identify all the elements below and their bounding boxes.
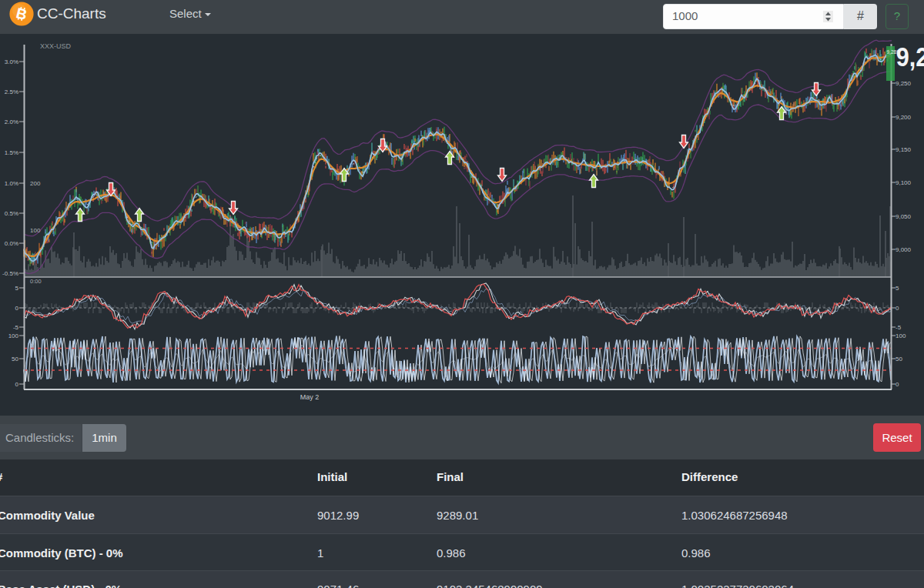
svg-text:100: 100 [8, 332, 19, 339]
svg-text:9,200: 9,200 [896, 114, 912, 121]
svg-text:1.5%: 1.5% [5, 149, 18, 156]
svg-text:-5: -5 [896, 324, 902, 331]
svg-text:0.0%: 0.0% [5, 240, 18, 247]
svg-text:0: 0 [896, 305, 899, 312]
svg-text:5: 5 [15, 285, 19, 292]
svg-text:-0.5%: -0.5% [2, 270, 18, 277]
svg-text:3.0%: 3.0% [5, 58, 18, 65]
svg-text:9,100: 9,100 [896, 179, 912, 186]
svg-text:200: 200 [30, 180, 41, 187]
svg-text:5: 5 [896, 285, 899, 292]
svg-text:50: 50 [12, 356, 18, 362]
svg-text:0:00: 0:00 [30, 278, 42, 285]
svg-text:2.5%: 2.5% [5, 89, 18, 95]
svg-text:1.0%: 1.0% [5, 180, 18, 187]
svg-text:50: 50 [896, 356, 902, 362]
svg-text:9,050: 9,050 [896, 213, 912, 220]
svg-text:0: 0 [15, 305, 19, 312]
svg-text:-5: -5 [13, 324, 19, 331]
svg-text:9,2: 9,2 [896, 42, 924, 72]
svg-text:0.5%: 0.5% [5, 210, 18, 217]
svg-text:9,250: 9,250 [896, 80, 912, 87]
svg-text:0: 0 [15, 381, 19, 388]
svg-text:May 2: May 2 [300, 393, 320, 401]
svg-text:XXX-USD: XXX-USD [40, 42, 72, 50]
svg-text:9,000: 9,000 [896, 246, 912, 253]
svg-text:2.0%: 2.0% [5, 119, 18, 125]
svg-text:100: 100 [30, 227, 41, 234]
svg-text:0: 0 [896, 381, 899, 388]
svg-text:100: 100 [896, 332, 906, 339]
svg-text:9,150: 9,150 [896, 146, 912, 153]
